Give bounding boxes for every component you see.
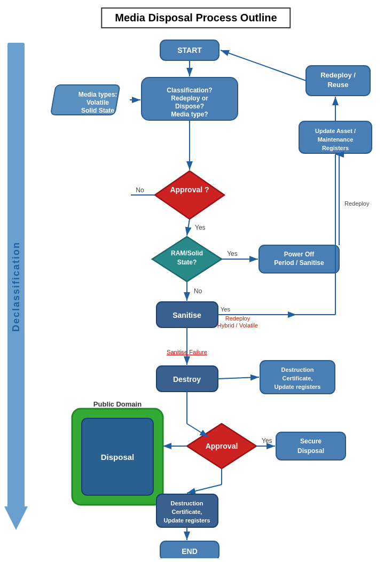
svg-text:Classification?: Classification? (167, 87, 212, 94)
svg-rect-38 (276, 432, 346, 460)
svg-text:Period / Sanitise: Period / Sanitise (274, 259, 324, 267)
svg-text:Redeploy: Redeploy (344, 200, 370, 207)
svg-line-65 (221, 50, 306, 81)
svg-text:Sanitise: Sanitise (173, 311, 201, 319)
svg-text:No: No (136, 186, 144, 194)
svg-text:Media types:: Media types: (79, 91, 117, 98)
svg-text:Dispose?: Dispose? (175, 103, 204, 110)
svg-text:Volatile: Volatile (87, 99, 109, 106)
svg-line-77 (187, 424, 208, 437)
svg-text:Maintenance: Maintenance (318, 136, 354, 143)
svg-text:No: No (194, 287, 202, 295)
svg-text:Yes: Yes (195, 224, 206, 231)
svg-text:Redeploy /: Redeploy / (320, 71, 356, 79)
svg-text:Reuse: Reuse (327, 81, 348, 89)
svg-text:Hybrid / Volatile: Hybrid / Volatile (217, 322, 258, 329)
flowchart-svg: START Classification? Redeploy or Dispos… (29, 29, 387, 558)
svg-text:Destruction: Destruction (281, 366, 313, 373)
svg-marker-20 (155, 171, 224, 219)
svg-text:Destroy: Destroy (173, 375, 201, 384)
svg-line-55 (187, 219, 190, 236)
svg-line-81 (187, 485, 222, 493)
svg-line-75 (218, 377, 259, 379)
svg-text:Secure: Secure (300, 438, 322, 445)
svg-text:Yes: Yes (227, 250, 238, 257)
svg-text:Yes: Yes (221, 306, 230, 313)
svg-text:Redeploy: Redeploy (225, 315, 250, 322)
declassification-arrow: Declassification (4, 43, 28, 530)
svg-text:Approval ?: Approval ? (170, 185, 209, 194)
svg-text:Certificate,: Certificate, (172, 509, 202, 515)
svg-text:Registers: Registers (322, 145, 349, 151)
svg-text:Yes: Yes (262, 437, 272, 444)
page-title: Media Disposal Process Outline (101, 7, 291, 28)
svg-text:Update Asset /: Update Asset / (315, 128, 356, 134)
svg-text:Redeploy or: Redeploy or (171, 95, 208, 102)
svg-text:Solid State: Solid State (81, 107, 114, 114)
svg-text:END: END (182, 547, 198, 556)
svg-text:Update registers: Update registers (275, 384, 321, 390)
svg-text:Public Domain: Public Domain (93, 400, 142, 408)
svg-text:Destruction: Destruction (170, 500, 203, 506)
svg-text:Certificate,: Certificate, (283, 375, 313, 381)
svg-text:Disposal: Disposal (297, 447, 324, 455)
svg-text:State?: State? (177, 259, 197, 266)
svg-text:RAM/Solid: RAM/Solid (171, 249, 203, 257)
svg-text:Update registers: Update registers (164, 517, 210, 524)
svg-text:Power Off: Power Off (284, 251, 315, 258)
svg-text:Approval: Approval (206, 442, 238, 450)
svg-text:START: START (177, 46, 202, 54)
declassification-label: Declassification (11, 43, 22, 530)
svg-text:Disposal: Disposal (101, 452, 135, 462)
svg-text:Sanitise Failure: Sanitise Failure (167, 349, 207, 355)
svg-text:Media type?: Media type? (171, 111, 208, 118)
